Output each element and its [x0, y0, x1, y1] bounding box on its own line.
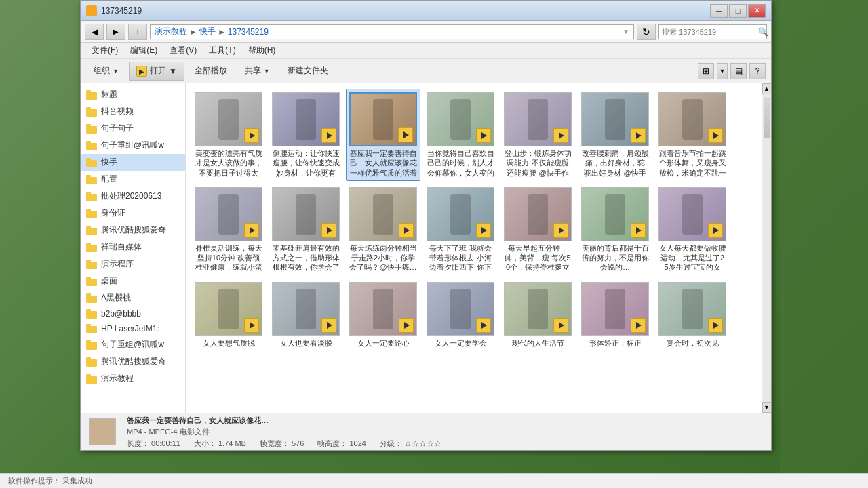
play-badge-13: [631, 223, 646, 238]
path-segment-1[interactable]: 演示教程: [155, 26, 187, 37]
file-item-12[interactable]: 每天早起五分钟，帅，美背，瘦 每次50个，保持脊椎挺立 你…: [500, 184, 575, 276]
menu-edit[interactable]: 编辑(E): [125, 43, 163, 58]
file-item-16[interactable]: 女人也要看淡脱: [269, 279, 343, 351]
menu-help[interactable]: 帮助(H): [243, 43, 281, 58]
sidebar-item-config[interactable]: 配置: [81, 171, 185, 188]
minimize-button[interactable]: ─: [710, 4, 728, 18]
play-badge-19: [553, 318, 568, 333]
sidebar-item-hp[interactable]: HP LaserJetM1:: [81, 321, 185, 336]
sidebar-item-kuaishou[interactable]: 快手: [81, 154, 185, 171]
sidebar-item-juzi2[interactable]: 句子重组@讯呱w: [81, 137, 185, 154]
play-badge-18: [476, 318, 491, 333]
file-item-18[interactable]: 女人一定要学会: [423, 279, 498, 351]
view-icon-button[interactable]: ⊞: [698, 63, 714, 79]
sidebar-item-batch[interactable]: 批处理20200613: [81, 188, 185, 205]
status-size: 大小： 1.74 MB: [194, 439, 246, 449]
forward-button[interactable]: ▶: [106, 24, 125, 40]
file-item-15[interactable]: 女人要想气质脱: [191, 279, 266, 351]
search-input[interactable]: [662, 28, 755, 36]
sidebar-item-demo2[interactable]: 演示教程: [81, 370, 185, 387]
scroll-down-btn[interactable]: ▼: [762, 402, 772, 413]
details-pane-button[interactable]: ▤: [730, 63, 747, 79]
play-triangle-icon: [559, 227, 564, 234]
search-icon[interactable]: 🔍: [758, 27, 768, 37]
sidebar-item-title[interactable]: 标题: [81, 86, 185, 103]
file-item-13[interactable]: 美丽的背后都是千百倍的努力，不是用你会说的…: [578, 184, 652, 276]
help-icon-button[interactable]: ?: [749, 63, 766, 79]
play-triangle-icon: [713, 132, 719, 139]
file-item-1[interactable]: 美变变的漂亮有气质才是女人该做的事，不要把日子过得太过…: [191, 89, 266, 181]
search-box[interactable]: 🔍: [658, 24, 767, 39]
thumbnail-6: [581, 92, 649, 146]
view-dropdown-button[interactable]: ▼: [717, 63, 728, 79]
thumbnail-21: [658, 282, 726, 336]
right-panel: [780, 0, 868, 488]
sidebar-item-idcard[interactable]: 身份证: [81, 205, 185, 222]
file-item-4[interactable]: 当你觉得自己喜欢自己己的时候，别人才会仰慕你，女人变的优…: [423, 89, 498, 181]
play-triangle-icon: [713, 227, 719, 234]
file-label-14: 女人每天都要做收腰运动，尤其是过了25岁生过宝宝的女人，你…: [658, 243, 726, 272]
file-label-18: 女人一定要学会: [427, 338, 494, 348]
file-item-9[interactable]: 零基础开肩最有效的方式之一，借助形体根根有效，你学会了吗…: [269, 184, 343, 276]
grid-scrollbar[interactable]: ▲ ▼: [762, 83, 771, 413]
path-sep-1: ►: [189, 27, 197, 37]
file-item-10[interactable]: 每天练练两分钟相当于走路2小时，你学会了吗？@快手舞…: [346, 184, 420, 276]
path-segment-3[interactable]: 137345219: [228, 27, 269, 37]
scroll-up-btn[interactable]: ▲: [762, 83, 772, 94]
share-button[interactable]: 共享 ▼: [237, 62, 277, 81]
maximize-button[interactable]: □: [729, 4, 747, 18]
play-all-button[interactable]: 全部播放: [187, 62, 235, 81]
address-path[interactable]: 演示教程 ► 快手 ► 137345219 ▼: [150, 24, 634, 39]
file-label-15: 女人要想气质脱: [195, 338, 262, 348]
close-button[interactable]: ✕: [748, 4, 766, 18]
sidebar-item-demo[interactable]: 演示程序: [81, 256, 185, 272]
open-button[interactable]: ▶ 打开 ▼: [129, 62, 184, 81]
file-item-19[interactable]: 现代的人生活节: [500, 279, 575, 351]
folder-icon: [86, 192, 97, 201]
file-item-6[interactable]: 改善腰刺痛，肩颈酸痛，出好身材，驼 驼出好身材 @快手小管家…: [578, 89, 652, 181]
play-triangle-icon: [636, 322, 642, 329]
play-triangle-icon: [250, 322, 255, 329]
folder-icon: [86, 226, 97, 235]
file-item-8[interactable]: 脊椎灵活训练，每天坚持10分钟 改善颈椎亚健康，练就小蛮腰…: [191, 184, 266, 276]
sidebar-item-tencent[interactable]: 腾讯优酷搜狐爱奇: [81, 222, 185, 239]
refresh-button[interactable]: ↻: [637, 24, 656, 40]
sidebar-item-tencent2[interactable]: 腾讯优酷搜狐爱奇: [81, 353, 185, 370]
up-button[interactable]: ↑: [128, 24, 147, 40]
menu-tools[interactable]: 工具(T): [203, 43, 241, 58]
back-button[interactable]: ◀: [85, 24, 104, 40]
sidebar-item-juzi3[interactable]: 句子重组@讯呱w: [81, 336, 185, 353]
new-folder-button[interactable]: 新建文件夹: [280, 62, 336, 81]
title-bar-left: 137345219: [86, 5, 142, 16]
scroll-track[interactable]: [763, 94, 771, 402]
menu-view[interactable]: 查看(V): [164, 43, 202, 58]
sidebar-item-douyin[interactable]: 抖音视频: [81, 103, 185, 120]
file-item-2[interactable]: 侧腰运动：让你快速瘦腰，让你快速变成妙身材，让你更有气…: [269, 89, 343, 181]
file-label-10: 每天练练两分钟相当于走路2小时，你学会了吗？@快手舞…: [349, 243, 417, 272]
sidebar-item-juzi1[interactable]: 句子句子: [81, 120, 185, 137]
menu-file[interactable]: 文件(F): [86, 43, 123, 58]
sidebar-item-cherry[interactable]: A黑樱桃: [81, 289, 185, 306]
file-item-21[interactable]: 宴会时，初次见: [655, 279, 730, 351]
path-segment-2[interactable]: 快手: [199, 26, 216, 37]
sidebar-item-desktop[interactable]: 桌面: [81, 272, 185, 289]
open-label: 打开: [150, 65, 166, 77]
file-item-20[interactable]: 形体矫正：标正: [578, 279, 652, 351]
play-triangle-icon: [636, 227, 642, 234]
file-item-3[interactable]: 答应我一定要善待自己，女人就应该像花一样优雅气质的活着@…: [346, 89, 420, 181]
play-badge-15: [244, 318, 259, 333]
thumbnail-1: [195, 92, 262, 146]
path-dropdown-btn[interactable]: ▼: [623, 28, 629, 35]
folder-icon: [86, 324, 97, 333]
file-item-14[interactable]: 女人每天都要做收腰运动，尤其是过了25岁生过宝宝的女人，你…: [655, 184, 730, 276]
file-item-5[interactable]: 登山步：锻炼身体功调能力 不仅能瘦腿还能瘦腰 @快手作者助手…: [500, 89, 575, 181]
sidebar-item-xiangrui[interactable]: 祥瑞自媒体: [81, 239, 185, 256]
sidebar-item-b2b[interactable]: b2b@bbbb: [81, 306, 185, 321]
file-item-17[interactable]: 女人一定要论心: [346, 279, 420, 351]
menu-bar: 文件(F) 编辑(E) 查看(V) 工具(T) 帮助(H): [81, 43, 771, 59]
organize-button[interactable]: 组织 ▼: [86, 62, 126, 81]
file-item-11[interactable]: 每天下了班 我就会带着形体根去 小河边着夕阳西下 你下了班 会…: [423, 184, 498, 276]
scroll-thumb[interactable]: [764, 98, 770, 138]
thumbnail-15: [195, 282, 262, 336]
file-item-7[interactable]: 跟着音乐节拍一起跳个形体舞，又瘦身又放松，米确定不跳一下…: [655, 89, 730, 181]
